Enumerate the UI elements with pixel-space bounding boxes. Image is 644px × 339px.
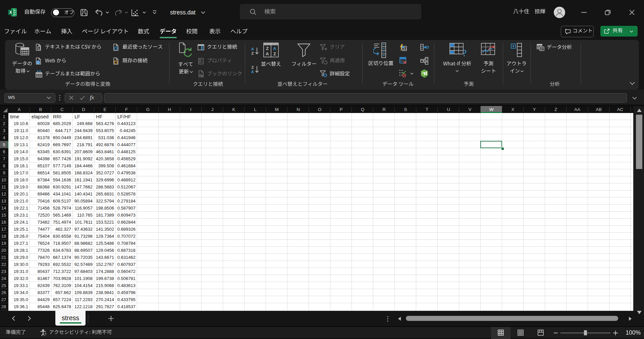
svg-text:X: X <box>9 10 12 15</box>
svg-text:Z: Z <box>266 46 269 51</box>
svg-text:Z: Z <box>273 51 276 56</box>
svg-text:A: A <box>266 51 269 56</box>
svg-text:Z: Z <box>251 51 254 55</box>
svg-text:?: ? <box>462 47 466 57</box>
svg-text:A: A <box>251 47 254 51</box>
svg-text:A: A <box>273 46 276 51</box>
svg-text:?: ? <box>45 333 47 336</box>
svg-text:A: A <box>251 70 254 74</box>
svg-text:Z: Z <box>251 65 254 69</box>
